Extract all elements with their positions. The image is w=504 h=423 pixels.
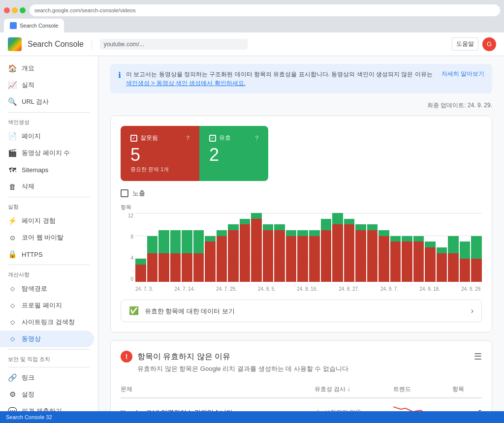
sidebar-item-performance[interactable]: 📈 실적 bbox=[0, 77, 94, 93]
bar-red-segment bbox=[471, 259, 482, 282]
error-status-box: ✓ 잘못됨 ? 5 중요한 문제 1개 bbox=[121, 126, 199, 181]
sidebar-label-removals: 삭제 bbox=[22, 182, 34, 191]
chart-bar-group bbox=[147, 213, 158, 282]
core-web-icon: ⊙ bbox=[8, 233, 17, 242]
y-tick-8: 8 bbox=[130, 234, 133, 240]
browser-window-controls bbox=[4, 7, 26, 13]
x-label-6: 24. 9. 7. bbox=[380, 286, 398, 292]
sidebar-item-video-pages[interactable]: 🎬 동영상 페이지 수 bbox=[0, 145, 94, 161]
sidebar-item-profile-page[interactable]: ◇ 프로필 페이지 bbox=[0, 297, 94, 314]
info-banner: ℹ 이 보고서는 동영상을 정의하는 구조화된 데이터 항목의 유효성을 표시합… bbox=[110, 64, 492, 93]
sidebar-item-video[interactable]: ◇ 동영상 bbox=[0, 331, 94, 347]
video-icon: 🎬 bbox=[8, 149, 17, 157]
sidebar-item-sitemaps[interactable]: 🗺 Sitemaps bbox=[0, 161, 94, 178]
sidebar-item-removals[interactable]: 🗑 삭제 bbox=[0, 178, 94, 195]
active-tab[interactable]: Search Console bbox=[4, 19, 64, 32]
view-data-label: 유효한 항목에 대한 데이터 보기 bbox=[145, 307, 235, 315]
chart-bar-group bbox=[286, 213, 297, 282]
property-url[interactable]: youtube.com/... bbox=[100, 39, 248, 50]
bar-green-segment bbox=[193, 230, 204, 253]
bar-red-segment bbox=[378, 236, 389, 282]
chart-bar-group bbox=[240, 213, 251, 282]
help-button[interactable]: 도움말 bbox=[452, 37, 478, 51]
main-inner: ℹ 이 보고서는 동영상을 정의하는 구조화된 데이터 항목의 유효성을 표시합… bbox=[98, 56, 504, 423]
chart-area: 12 8 4 0 24. 7. 3. 24. 7. 14. 24. 7. 25. bbox=[121, 213, 482, 292]
chart-bar-group bbox=[263, 213, 274, 282]
error-checkbox: ✓ bbox=[130, 135, 137, 142]
bar-green-segment bbox=[402, 236, 412, 242]
chart-bar-group bbox=[193, 213, 204, 282]
bar-green-segment bbox=[321, 219, 332, 230]
sidebar-item-links[interactable]: 🔗 링크 bbox=[0, 369, 94, 386]
bar-red-segment bbox=[390, 242, 401, 282]
chart-bar-group bbox=[228, 213, 239, 282]
bar-red-segment bbox=[367, 230, 378, 282]
browser-chrome: search.google.com/search-console/videos bbox=[0, 0, 504, 18]
valid-box-header: ✓ 유효 ? bbox=[209, 134, 258, 142]
chart-bar-group bbox=[217, 213, 227, 282]
close-button[interactable] bbox=[4, 7, 10, 13]
divider-2 bbox=[8, 197, 90, 197]
sidebar-item-sitelinks[interactable]: ◇ 사이트링크 검색창 bbox=[0, 314, 94, 331]
minimize-button[interactable] bbox=[12, 7, 18, 13]
sidebar-item-settings[interactable]: ⚙ 설정 bbox=[0, 386, 94, 403]
info-detail-link[interactable]: 자세히 알아보기 bbox=[441, 70, 484, 78]
page-icon: 📄 bbox=[8, 132, 17, 141]
sidebar-item-core-web[interactable]: ⊙ 코어 웹 바이탈 bbox=[0, 229, 94, 246]
bar-red-segment bbox=[135, 265, 146, 282]
view-data-button[interactable]: ✅ 유효한 항목에 대한 데이터 보기 › bbox=[121, 300, 482, 322]
bar-green-segment bbox=[251, 213, 262, 219]
filter-icon[interactable]: ☰ bbox=[474, 351, 482, 362]
maximize-button[interactable] bbox=[20, 7, 26, 13]
exposure-checkbox[interactable] bbox=[121, 189, 128, 197]
sidebar-section-experiment: 실험 ⚡ 페이지 경험 ⊙ 코어 웹 바이탈 🔒 HTTPS bbox=[0, 199, 98, 263]
valid-info-icon[interactable]: ? bbox=[255, 135, 258, 142]
bar-green-segment bbox=[217, 230, 227, 236]
chart-bar-group bbox=[309, 213, 320, 282]
chart-bars bbox=[135, 213, 482, 282]
bar-red-segment bbox=[344, 224, 355, 282]
error-info-icon[interactable]: ? bbox=[186, 135, 189, 142]
chart-icon: 📈 bbox=[8, 81, 17, 90]
sidebar-item-https[interactable]: 🔒 HTTPS bbox=[0, 246, 94, 263]
sidebar-item-overview[interactable]: 🏠 개요 bbox=[0, 60, 94, 77]
bar-red-segment bbox=[170, 253, 181, 282]
sidebar-label-url-inspection: URL 검사 bbox=[22, 97, 49, 106]
col-header-validity: 유효성 검사 ↓ bbox=[315, 385, 393, 393]
sort-icon[interactable]: ↓ bbox=[347, 386, 350, 393]
chart-bar-group bbox=[321, 213, 332, 282]
col-header-trend: 트렌드 bbox=[393, 385, 452, 393]
sidebar-label-https: HTTPS bbox=[22, 251, 43, 258]
bar-red-segment bbox=[251, 219, 262, 282]
sidebar-item-page-experience[interactable]: ⚡ 페이지 경험 bbox=[0, 212, 94, 229]
main-chart-card: ✓ 잘못됨 ? 5 중요한 문제 1개 ✓ 유효 ? 2 bbox=[110, 116, 492, 332]
user-avatar[interactable]: G bbox=[482, 37, 496, 51]
bar-red-segment bbox=[147, 253, 158, 282]
update-date: 최종 업데이트: 24. 9. 29. bbox=[110, 101, 492, 110]
bar-green-segment bbox=[390, 236, 401, 242]
issues-title: 항목이 유효하지 않은 이유 bbox=[137, 352, 469, 362]
chart-bar-group bbox=[390, 213, 401, 282]
y-tick-4: 4 bbox=[130, 255, 133, 261]
address-bar[interactable]: search.google.com/search-console/videos bbox=[30, 4, 500, 16]
app-logo bbox=[8, 37, 22, 51]
bar-red-segment bbox=[205, 242, 216, 282]
sidebar-item-search-path[interactable]: ◇ 탐색경로 bbox=[0, 280, 94, 297]
divider-5 bbox=[8, 367, 90, 367]
bar-red-segment bbox=[332, 224, 343, 282]
info-banner-link[interactable]: 색인생성 > 동영상 색인 생성에서 확인하세요. bbox=[126, 80, 246, 87]
sidebar-item-pages[interactable]: 📄 페이지 bbox=[0, 128, 94, 145]
bar-red-segment bbox=[274, 230, 285, 282]
sidebar-item-url-inspection[interactable]: 🔍 URL 검사 bbox=[0, 93, 94, 110]
issues-card: ! 항목이 유효하지 않은 이유 ☰ 유효하지 않은 항목은 Google 리치… bbox=[110, 340, 492, 423]
bar-red-segment bbox=[309, 236, 320, 282]
info-banner-text: 이 보고서는 동영상을 정의하는 구조화된 데이터 항목의 유효성을 표시합니다… bbox=[126, 70, 437, 88]
bar-green-segment bbox=[135, 259, 146, 265]
sitelinks-icon: ◇ bbox=[8, 318, 17, 327]
sidebar-label-settings: 설정 bbox=[22, 390, 34, 399]
app-title: Search Console bbox=[28, 40, 84, 49]
section-title-security: 보안 및 직접 조치 bbox=[0, 352, 98, 365]
x-label-0: 24. 7. 3. bbox=[135, 286, 153, 292]
chart-bar-group bbox=[158, 213, 169, 282]
chart-bar-group bbox=[297, 213, 308, 282]
